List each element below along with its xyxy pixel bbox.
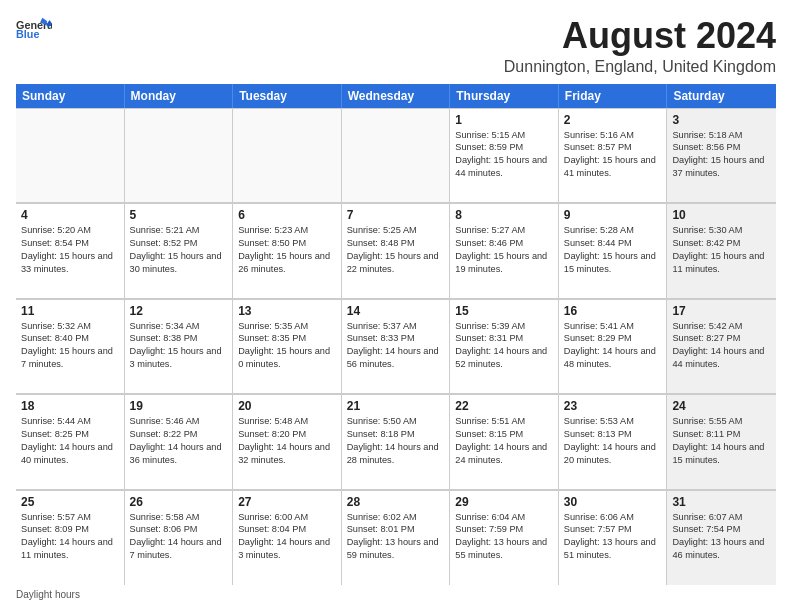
day-info: Sunrise: 5:53 AM Sunset: 8:13 PM Dayligh… [564, 415, 662, 467]
day-info: Sunrise: 5:21 AM Sunset: 8:52 PM Dayligh… [130, 224, 228, 276]
calendar-cell: 11Sunrise: 5:32 AM Sunset: 8:40 PM Dayli… [16, 299, 125, 393]
calendar-cell: 1Sunrise: 5:15 AM Sunset: 8:59 PM Daylig… [450, 108, 559, 202]
calendar-cell: 31Sunrise: 6:07 AM Sunset: 7:54 PM Dayli… [667, 490, 776, 585]
calendar-cell: 23Sunrise: 5:53 AM Sunset: 8:13 PM Dayli… [559, 394, 668, 488]
day-number: 25 [21, 495, 119, 509]
calendar-cell [233, 108, 342, 202]
daylight-hours-label: Daylight hours [16, 589, 80, 600]
day-info: Sunrise: 5:46 AM Sunset: 8:22 PM Dayligh… [130, 415, 228, 467]
day-info: Sunrise: 5:44 AM Sunset: 8:25 PM Dayligh… [21, 415, 119, 467]
calendar-cell: 21Sunrise: 5:50 AM Sunset: 8:18 PM Dayli… [342, 394, 451, 488]
day-number: 10 [672, 208, 771, 222]
day-number: 23 [564, 399, 662, 413]
day-info: Sunrise: 5:48 AM Sunset: 8:20 PM Dayligh… [238, 415, 336, 467]
day-info: Sunrise: 5:41 AM Sunset: 8:29 PM Dayligh… [564, 320, 662, 372]
day-info: Sunrise: 5:57 AM Sunset: 8:09 PM Dayligh… [21, 511, 119, 563]
calendar-cell: 26Sunrise: 5:58 AM Sunset: 8:06 PM Dayli… [125, 490, 234, 585]
calendar-cell: 6Sunrise: 5:23 AM Sunset: 8:50 PM Daylig… [233, 203, 342, 297]
day-info: Sunrise: 5:58 AM Sunset: 8:06 PM Dayligh… [130, 511, 228, 563]
day-info: Sunrise: 5:55 AM Sunset: 8:11 PM Dayligh… [672, 415, 771, 467]
svg-text:Blue: Blue [16, 28, 39, 40]
calendar-week-row: 11Sunrise: 5:32 AM Sunset: 8:40 PM Dayli… [16, 299, 776, 394]
calendar-week-row: 18Sunrise: 5:44 AM Sunset: 8:25 PM Dayli… [16, 394, 776, 489]
calendar-cell: 5Sunrise: 5:21 AM Sunset: 8:52 PM Daylig… [125, 203, 234, 297]
day-of-week-header: Sunday [16, 84, 125, 108]
day-number: 16 [564, 304, 662, 318]
day-info: Sunrise: 5:51 AM Sunset: 8:15 PM Dayligh… [455, 415, 553, 467]
calendar-cell: 14Sunrise: 5:37 AM Sunset: 8:33 PM Dayli… [342, 299, 451, 393]
logo: General Blue [16, 16, 52, 44]
day-info: Sunrise: 5:23 AM Sunset: 8:50 PM Dayligh… [238, 224, 336, 276]
day-info: Sunrise: 5:30 AM Sunset: 8:42 PM Dayligh… [672, 224, 771, 276]
calendar-cell: 8Sunrise: 5:27 AM Sunset: 8:46 PM Daylig… [450, 203, 559, 297]
day-info: Sunrise: 5:20 AM Sunset: 8:54 PM Dayligh… [21, 224, 119, 276]
header: General Blue August 2024 Dunnington, Eng… [16, 16, 776, 76]
calendar-cell: 27Sunrise: 6:00 AM Sunset: 8:04 PM Dayli… [233, 490, 342, 585]
day-info: Sunrise: 5:27 AM Sunset: 8:46 PM Dayligh… [455, 224, 553, 276]
calendar-cell: 3Sunrise: 5:18 AM Sunset: 8:56 PM Daylig… [667, 108, 776, 202]
calendar-cell: 22Sunrise: 5:51 AM Sunset: 8:15 PM Dayli… [450, 394, 559, 488]
day-number: 5 [130, 208, 228, 222]
calendar-cell: 7Sunrise: 5:25 AM Sunset: 8:48 PM Daylig… [342, 203, 451, 297]
day-number: 4 [21, 208, 119, 222]
day-number: 14 [347, 304, 445, 318]
day-number: 8 [455, 208, 553, 222]
calendar-cell [16, 108, 125, 202]
day-of-week-header: Friday [559, 84, 668, 108]
day-number: 24 [672, 399, 771, 413]
day-info: Sunrise: 5:18 AM Sunset: 8:56 PM Dayligh… [672, 129, 771, 181]
day-number: 1 [455, 113, 553, 127]
calendar-cell [125, 108, 234, 202]
calendar-week-row: 25Sunrise: 5:57 AM Sunset: 8:09 PM Dayli… [16, 490, 776, 585]
calendar: SundayMondayTuesdayWednesdayThursdayFrid… [16, 84, 776, 585]
footer-note: Daylight hours [16, 589, 776, 600]
day-info: Sunrise: 5:16 AM Sunset: 8:57 PM Dayligh… [564, 129, 662, 181]
calendar-cell: 28Sunrise: 6:02 AM Sunset: 8:01 PM Dayli… [342, 490, 451, 585]
day-number: 20 [238, 399, 336, 413]
day-info: Sunrise: 6:00 AM Sunset: 8:04 PM Dayligh… [238, 511, 336, 563]
day-of-week-header: Tuesday [233, 84, 342, 108]
day-number: 7 [347, 208, 445, 222]
day-number: 15 [455, 304, 553, 318]
day-number: 17 [672, 304, 771, 318]
day-info: Sunrise: 5:25 AM Sunset: 8:48 PM Dayligh… [347, 224, 445, 276]
calendar-cell: 15Sunrise: 5:39 AM Sunset: 8:31 PM Dayli… [450, 299, 559, 393]
day-info: Sunrise: 5:34 AM Sunset: 8:38 PM Dayligh… [130, 320, 228, 372]
day-number: 22 [455, 399, 553, 413]
day-info: Sunrise: 6:04 AM Sunset: 7:59 PM Dayligh… [455, 511, 553, 563]
day-info: Sunrise: 6:07 AM Sunset: 7:54 PM Dayligh… [672, 511, 771, 563]
calendar-cell: 30Sunrise: 6:06 AM Sunset: 7:57 PM Dayli… [559, 490, 668, 585]
day-info: Sunrise: 5:50 AM Sunset: 8:18 PM Dayligh… [347, 415, 445, 467]
day-of-week-header: Saturday [667, 84, 776, 108]
calendar-cell [342, 108, 451, 202]
calendar-body: 1Sunrise: 5:15 AM Sunset: 8:59 PM Daylig… [16, 108, 776, 585]
day-info: Sunrise: 5:28 AM Sunset: 8:44 PM Dayligh… [564, 224, 662, 276]
day-number: 3 [672, 113, 771, 127]
day-number: 12 [130, 304, 228, 318]
calendar-header: SundayMondayTuesdayWednesdayThursdayFrid… [16, 84, 776, 108]
day-number: 27 [238, 495, 336, 509]
day-number: 28 [347, 495, 445, 509]
day-info: Sunrise: 5:37 AM Sunset: 8:33 PM Dayligh… [347, 320, 445, 372]
calendar-cell: 2Sunrise: 5:16 AM Sunset: 8:57 PM Daylig… [559, 108, 668, 202]
calendar-cell: 17Sunrise: 5:42 AM Sunset: 8:27 PM Dayli… [667, 299, 776, 393]
day-info: Sunrise: 5:35 AM Sunset: 8:35 PM Dayligh… [238, 320, 336, 372]
day-number: 13 [238, 304, 336, 318]
day-number: 18 [21, 399, 119, 413]
calendar-cell: 12Sunrise: 5:34 AM Sunset: 8:38 PM Dayli… [125, 299, 234, 393]
day-number: 19 [130, 399, 228, 413]
day-number: 29 [455, 495, 553, 509]
location: Dunnington, England, United Kingdom [504, 58, 776, 76]
calendar-cell: 18Sunrise: 5:44 AM Sunset: 8:25 PM Dayli… [16, 394, 125, 488]
calendar-cell: 9Sunrise: 5:28 AM Sunset: 8:44 PM Daylig… [559, 203, 668, 297]
day-number: 31 [672, 495, 771, 509]
day-of-week-header: Monday [125, 84, 234, 108]
month-title: August 2024 [504, 16, 776, 56]
day-info: Sunrise: 5:39 AM Sunset: 8:31 PM Dayligh… [455, 320, 553, 372]
day-number: 26 [130, 495, 228, 509]
calendar-cell: 13Sunrise: 5:35 AM Sunset: 8:35 PM Dayli… [233, 299, 342, 393]
calendar-cell: 19Sunrise: 5:46 AM Sunset: 8:22 PM Dayli… [125, 394, 234, 488]
calendar-cell: 16Sunrise: 5:41 AM Sunset: 8:29 PM Dayli… [559, 299, 668, 393]
day-info: Sunrise: 6:02 AM Sunset: 8:01 PM Dayligh… [347, 511, 445, 563]
day-number: 9 [564, 208, 662, 222]
